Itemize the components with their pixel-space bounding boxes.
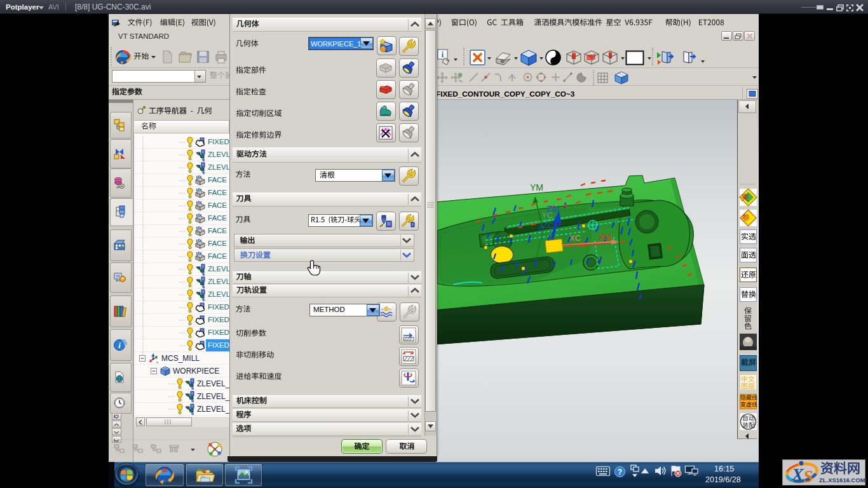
svg-text:XM: XM [599, 232, 612, 242]
svg-text:i: i [118, 341, 121, 350]
svg-text:YM: YM [530, 182, 543, 193]
svg-text:X: X [791, 464, 804, 484]
svg-text:XC: XC [569, 233, 581, 243]
svg-text:S: S [803, 466, 813, 486]
svg-text:Z: Z [155, 355, 158, 359]
svg-text:ZC: ZC [543, 220, 553, 230]
svg-text:?: ? [618, 468, 622, 477]
svg-text:YC: YC [541, 210, 553, 220]
